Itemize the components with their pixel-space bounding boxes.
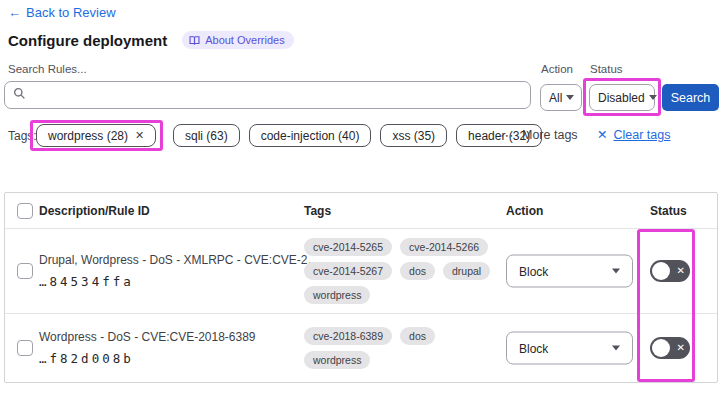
row-checkbox[interactable] xyxy=(17,263,33,279)
clear-x-icon: ✕ xyxy=(597,127,607,142)
about-overrides-badge[interactable]: About Overrides xyxy=(182,31,293,49)
status-filter-value: Disabled xyxy=(598,91,645,105)
rule-tag: cve-2014-5266 xyxy=(400,238,488,256)
about-overrides-label: About Overrides xyxy=(205,34,284,46)
action-filter-label: Action xyxy=(541,63,573,75)
selected-tag-chip-wordpress[interactable]: wordpress (28) ✕ xyxy=(36,124,156,147)
rule-description: Drupal, Wordpress - DoS - XMLRPC - CVE:C… xyxy=(39,253,320,267)
ellipsis-icon: ⋯ xyxy=(500,127,515,143)
action-select-value: Block xyxy=(519,341,548,355)
rule-id: …f82d008b xyxy=(39,351,256,366)
rule-tag: dos xyxy=(400,327,435,345)
table-row: Wordpress - DoS - CVE:CVE-2018-6389 …f82… xyxy=(5,314,717,382)
rule-tag: wordpress xyxy=(304,286,370,304)
column-header-status: Status xyxy=(650,204,687,218)
rule-tag: wordpress xyxy=(304,351,370,369)
status-toggle-off[interactable]: ✕ xyxy=(650,337,690,359)
tags-bar-label: Tags: xyxy=(8,129,37,143)
page-title: Configure deployment xyxy=(8,32,167,49)
rule-tag: cve-2018-6389 xyxy=(304,327,392,345)
search-rules-label: Search Rules... xyxy=(8,63,87,75)
back-to-review-link[interactable]: ← Back to Review xyxy=(8,5,116,20)
status-filter-label: Status xyxy=(590,63,623,75)
more-tags-label: More tags xyxy=(522,128,578,142)
toggle-knob xyxy=(652,262,670,280)
action-select[interactable]: Block xyxy=(506,255,633,288)
selected-tag-label: wordpress (28) xyxy=(48,129,128,143)
column-header-tags: Tags xyxy=(304,204,504,218)
rule-tags-cell: cve-2014-5265 cve-2014-5266 cve-2014-526… xyxy=(304,238,504,304)
search-rules-input[interactable] xyxy=(32,88,522,102)
status-filter-dropdown[interactable]: Disabled xyxy=(589,84,655,111)
clear-tags-label: Clear tags xyxy=(613,128,670,142)
rule-description-cell: Wordpress - DoS - CVE:CVE-2018-6389 …f82… xyxy=(39,330,256,366)
title-row: Configure deployment About Overrides xyxy=(8,31,294,49)
status-toggle-off[interactable]: ✕ xyxy=(650,260,690,282)
rule-description: Wordpress - DoS - CVE:CVE-2018-6389 xyxy=(39,330,256,344)
clear-tags-link[interactable]: ✕ Clear tags xyxy=(597,127,670,142)
book-icon xyxy=(189,35,200,46)
chevron-down-icon xyxy=(612,346,620,351)
action-filter-dropdown[interactable]: All xyxy=(540,84,582,111)
rule-tags-cell: cve-2018-6389 dos wordpress xyxy=(304,327,504,369)
search-rules-input-wrap xyxy=(4,81,531,109)
more-tags-button[interactable]: ⋯ More tags xyxy=(500,127,578,143)
row-checkbox[interactable] xyxy=(17,340,33,356)
rules-table: Description/Rule ID Tags Action Status D… xyxy=(4,192,718,383)
rule-tag: dos xyxy=(400,262,435,280)
search-icon xyxy=(13,86,26,104)
rule-description-cell: Drupal, Wordpress - DoS - XMLRPC - CVE:C… xyxy=(39,253,320,289)
rule-tag: cve-2014-5265 xyxy=(304,238,392,256)
column-header-description: Description/Rule ID xyxy=(39,204,150,218)
table-header-row: Description/Rule ID Tags Action Status xyxy=(5,193,717,229)
toggle-x-icon: ✕ xyxy=(677,343,685,353)
toggle-x-icon: ✕ xyxy=(677,266,685,276)
rule-tag: cve-2014-5267 xyxy=(304,262,392,280)
chevron-down-icon xyxy=(649,95,657,100)
table-row: Drupal, Wordpress - DoS - XMLRPC - CVE:C… xyxy=(5,229,717,314)
search-button[interactable]: Search xyxy=(662,84,719,111)
chevron-down-icon xyxy=(612,269,620,274)
back-arrow-icon: ← xyxy=(8,5,21,20)
rule-id: …84534ffa xyxy=(39,274,320,289)
select-all-checkbox[interactable] xyxy=(17,203,33,219)
chevron-down-icon xyxy=(566,95,574,100)
action-select[interactable]: Block xyxy=(506,332,633,365)
tag-chip-xss[interactable]: xss (35) xyxy=(380,124,447,147)
column-header-action: Action xyxy=(506,204,543,218)
tag-chip-sqli[interactable]: sqli (63) xyxy=(173,124,240,147)
available-tags-row: sqli (63) code-injection (40) xss (35) h… xyxy=(173,124,542,147)
toggle-knob xyxy=(652,339,670,357)
tag-chip-code-injection[interactable]: code-injection (40) xyxy=(249,124,372,147)
action-select-value: Block xyxy=(519,264,548,278)
configure-deployment-page: ← Back to Review Configure deployment Ab… xyxy=(0,0,725,406)
back-link-label: Back to Review xyxy=(26,5,116,20)
action-filter-value: All xyxy=(549,91,562,105)
rule-tag: drupal xyxy=(443,262,490,280)
remove-tag-icon[interactable]: ✕ xyxy=(135,129,144,142)
